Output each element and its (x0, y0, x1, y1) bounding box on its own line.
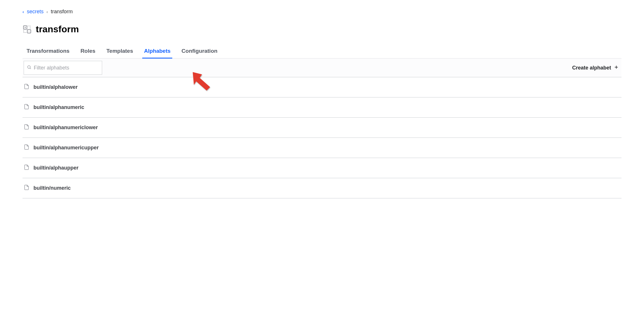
transform-icon: A * (23, 25, 32, 34)
list-item[interactable]: builtin/alphalower (23, 77, 621, 97)
file-icon (24, 164, 29, 172)
chevron-left-icon: ‹ (46, 9, 48, 14)
svg-point-14 (28, 66, 30, 68)
filter-input[interactable] (34, 65, 99, 71)
svg-text:A: A (24, 26, 26, 29)
alphabet-list: builtin/alphalowerbuiltin/alphanumericbu… (23, 77, 621, 198)
file-icon (24, 185, 29, 192)
file-icon (24, 104, 29, 111)
tab-roles[interactable]: Roles (80, 46, 96, 58)
toolbar: Create alphabet (23, 59, 621, 77)
file-icon (24, 124, 29, 131)
tab-configuration[interactable]: Configuration (181, 46, 218, 58)
create-alphabet-button[interactable]: Create alphabet (572, 65, 620, 71)
tab-transformations[interactable]: Transformations (26, 46, 70, 58)
list-item-label: builtin/alphanumericupper (33, 145, 99, 151)
list-item-label: builtin/alphaupper (33, 165, 78, 171)
chevron-left-icon: ‹ (23, 9, 24, 14)
breadcrumb: ‹ secrets ‹ transform (23, 9, 621, 15)
search-icon (27, 65, 31, 71)
filter-field[interactable] (24, 61, 102, 75)
page-header: A * transform (23, 24, 621, 35)
list-item[interactable]: builtin/numeric (23, 178, 621, 198)
list-item-label: builtin/numeric (33, 185, 71, 191)
list-item[interactable]: builtin/alphaupper (23, 158, 621, 178)
list-item[interactable]: builtin/alphanumericlower (23, 118, 621, 138)
file-icon (24, 84, 29, 91)
list-item[interactable]: builtin/alphanumericupper (23, 138, 621, 158)
list-item-label: builtin/alphanumericlower (33, 125, 98, 131)
breadcrumb-parent-link[interactable]: secrets (27, 9, 44, 15)
tab-bar: TransformationsRolesTemplatesAlphabetsCo… (23, 46, 621, 59)
svg-text:*: * (29, 30, 29, 33)
list-item[interactable]: builtin/alphanumeric (23, 97, 621, 118)
breadcrumb-current: transform (51, 9, 73, 15)
list-item-label: builtin/alphalower (33, 84, 78, 90)
file-icon (24, 144, 29, 151)
tab-alphabets[interactable]: Alphabets (143, 46, 171, 58)
list-item-label: builtin/alphanumeric (33, 104, 84, 110)
svg-line-15 (30, 68, 31, 69)
page-title: transform (36, 24, 79, 35)
tab-templates[interactable]: Templates (106, 46, 134, 58)
plus-icon (614, 65, 619, 71)
create-alphabet-label: Create alphabet (572, 65, 611, 71)
